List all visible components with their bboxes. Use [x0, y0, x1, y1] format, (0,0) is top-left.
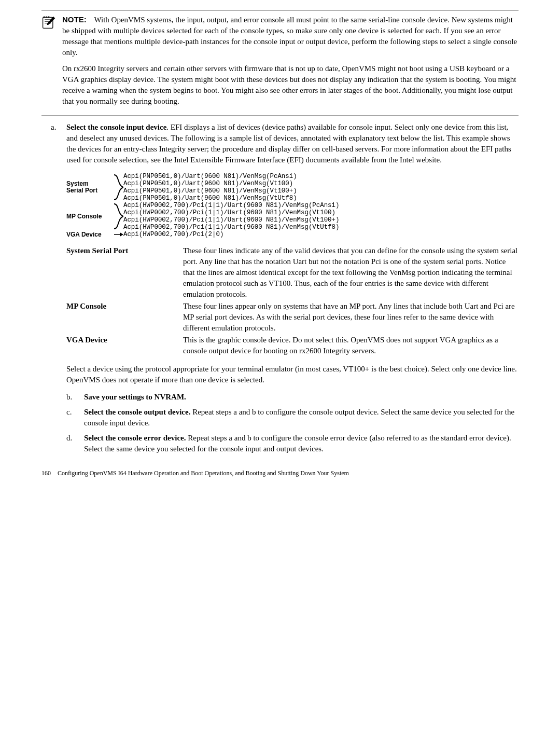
- sub-ordered-list: b. Save your settings to NVRAM. c. Selec…: [66, 392, 519, 457]
- def-term: System Serial Port: [66, 245, 183, 300]
- code-line: Acpi(PNP0501,0)/Uart(9600 N81)/VenMsg(Vt…: [123, 195, 297, 202]
- list-marker: c.: [66, 407, 84, 431]
- ordered-list: a. Select the console input device. EFI …: [41, 122, 519, 459]
- step-d-bold: Select the console error device.: [84, 434, 186, 442]
- list-item-b: b. Save your settings to NVRAM.: [66, 392, 519, 405]
- note-paragraph-2: On rx2600 Integrity servers and certain …: [62, 63, 519, 107]
- arrow-icon: [114, 231, 123, 238]
- def-row-system-serial-port: System Serial Port These four lines indi…: [66, 245, 519, 300]
- note-label: NOTE:: [62, 15, 87, 24]
- note-block: NOTE: With OpenVMS systems, the input, o…: [41, 10, 519, 116]
- label-vga-device-row: VGA Device: [66, 231, 123, 238]
- note-text-1: With OpenVMS systems, the input, output,…: [62, 16, 517, 57]
- footer-chapter-title: Configuring OpenVMS I64 Hardware Operati…: [58, 469, 349, 477]
- def-row-vga-device: VGA Device This is the graphic console d…: [66, 335, 519, 356]
- brace-icon: [114, 202, 123, 231]
- list-body: Save your settings to NVRAM.: [84, 392, 519, 405]
- code-labels-column: System Serial Port MP Console VGA Device: [66, 173, 123, 238]
- list-body: Select the console output device. Repeat…: [84, 407, 519, 431]
- page-footer: 160 Configuring OpenVMS I64 Hardware Ope…: [41, 469, 519, 478]
- code-line: Acpi(HWP0002,700)/Pci(1|1)/Uart(9600 N81…: [123, 209, 335, 216]
- select-device-paragraph: Select a device using the protocol appro…: [66, 364, 519, 385]
- code-line: Acpi(HWP0002,700)/Pci(2|0): [123, 231, 223, 238]
- def-desc: These four lines appear only on systems …: [183, 301, 519, 334]
- label-vga-device: VGA Device: [66, 230, 102, 239]
- def-desc: These four lines indicate any of the val…: [183, 245, 519, 300]
- list-marker: a.: [41, 122, 66, 459]
- list-item-a: a. Select the console input device. EFI …: [41, 122, 519, 459]
- step-c-bold: Select the console output device.: [84, 408, 190, 416]
- brace-icon: [114, 173, 123, 202]
- label-system-serial-port-row: System Serial Port: [66, 173, 123, 202]
- device-path-code-block: Acpi(PNP0501,0)/Uart(9600 N81)/VenMsg(Pc…: [123, 173, 339, 238]
- step-d-paragraph: Select the console error device. Repeat …: [84, 433, 519, 454]
- note-content: NOTE: With OpenVMS systems, the input, o…: [62, 14, 519, 112]
- device-list-figure: System Serial Port MP Console VGA Device: [66, 173, 519, 238]
- step-b-paragraph: Save your settings to NVRAM.: [84, 392, 519, 403]
- list-marker: b.: [66, 392, 84, 405]
- def-term: MP Console: [66, 301, 183, 334]
- definition-table: System Serial Port These four lines indi…: [66, 245, 519, 356]
- step-a-paragraph: Select the console input device. EFI dis…: [66, 122, 519, 165]
- step-a-bold: Select the console input device: [66, 123, 166, 131]
- list-item-c: c. Select the console output device. Rep…: [66, 407, 519, 431]
- list-item-d: d. Select the console error device. Repe…: [66, 433, 519, 457]
- list-body: Select the console input device. EFI dis…: [66, 122, 519, 459]
- list-body: Select the console error device. Repeat …: [84, 433, 519, 457]
- code-line: Acpi(HWP0002,700)/Pci(1|1)/Uart(9600 N81…: [123, 224, 339, 231]
- def-row-mp-console: MP Console These four lines appear only …: [66, 301, 519, 334]
- svg-marker-5: [120, 232, 123, 237]
- code-line: Acpi(PNP0501,0)/Uart(9600 N81)/VenMsg(Pc…: [123, 173, 297, 180]
- def-term: VGA Device: [66, 335, 183, 356]
- note-paragraph-1: NOTE: With OpenVMS systems, the input, o…: [62, 14, 519, 58]
- list-marker: d.: [66, 433, 84, 457]
- page-number: 160: [41, 469, 51, 477]
- code-line: Acpi(PNP0501,0)/Uart(9600 N81)/VenMsg(Vt…: [123, 180, 293, 187]
- def-desc: This is the graphic console device. Do n…: [183, 335, 519, 356]
- note-pencil-icon: [41, 15, 56, 30]
- note-icon-column: [41, 14, 62, 112]
- code-line: Acpi(PNP0501,0)/Uart(9600 N81)/VenMsg(Vt…: [123, 187, 297, 195]
- code-line: Acpi(HWP0002,700)/Pci(1|1)/Uart(9600 N81…: [123, 216, 339, 224]
- step-b-bold: Save your settings to NVRAM.: [84, 393, 186, 401]
- step-c-paragraph: Select the console output device. Repeat…: [84, 407, 519, 429]
- label-mp-console-row: MP Console: [66, 202, 123, 231]
- code-line: Acpi(HWP0002,700)/Pci(1|1)/Uart(9600 N81…: [123, 202, 339, 209]
- label-mp-console: MP Console: [66, 212, 102, 221]
- label-system-serial-port: System Serial Port: [66, 181, 97, 194]
